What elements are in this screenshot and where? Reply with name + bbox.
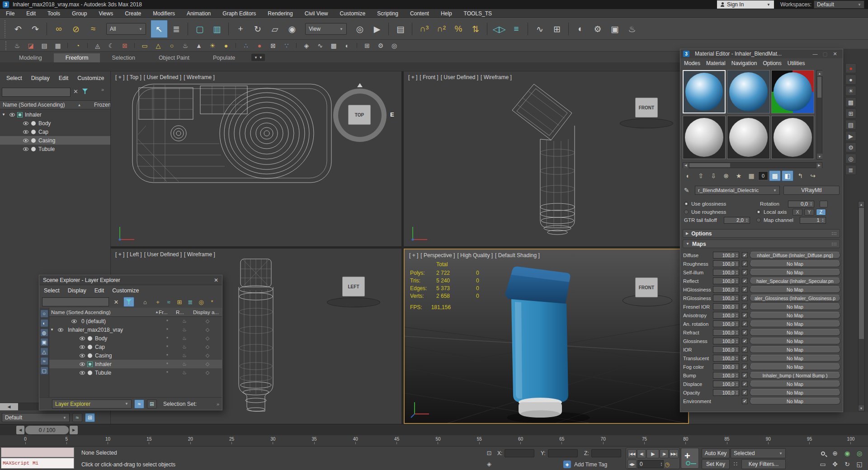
maximize-icon[interactable]: ▢ xyxy=(820,51,830,57)
display-as-icon[interactable]: ◇ xyxy=(193,327,222,333)
map-slot-button[interactable]: No Map xyxy=(750,363,840,370)
viewport-top[interactable]: [ + ][ Top ][ User Defined ][ Wireframe … xyxy=(111,71,401,246)
filter-funnel-icon[interactable] xyxy=(123,297,134,307)
menu-item[interactable]: TOOLS_TS xyxy=(458,9,498,18)
local-axis-radio[interactable] xyxy=(756,210,761,214)
freeze-icon[interactable]: * xyxy=(159,370,176,376)
y-coordinate-field[interactable] xyxy=(548,449,578,457)
assign-to-selection-icon[interactable]: ⇩ xyxy=(708,170,719,181)
make-layer-active-icon[interactable]: ⊞ xyxy=(174,297,185,307)
pick-material-eyedropper-icon[interactable]: ✎ xyxy=(684,187,695,194)
ribbon-tab[interactable]: Populate xyxy=(201,53,247,62)
viewport-label-segment[interactable]: [ User Defined ] xyxy=(144,251,182,258)
select-by-name-icon[interactable]: ≣ xyxy=(168,20,185,38)
material-editor-titlebar[interactable]: 3 Material Editor - Inhaler_BlendMat... … xyxy=(680,49,843,58)
sphere-icon[interactable]: ● xyxy=(219,40,233,51)
map-slot-button[interactable]: nhaler_Diffuse (Inhaler_Diffuse.png) xyxy=(750,252,840,258)
map-slot-button[interactable]: No Map xyxy=(750,320,840,327)
orbit-icon[interactable]: ↻ xyxy=(842,459,853,469)
unlink-selection-icon[interactable]: ⊘ xyxy=(67,20,85,38)
map-slot-button[interactable]: No Map xyxy=(750,381,840,387)
next-frame-icon[interactable]: ▶ xyxy=(70,426,78,434)
select-and-link-icon[interactable]: ∞ xyxy=(50,20,67,38)
target-icon[interactable]: ◎ xyxy=(387,40,401,51)
freeze-icon[interactable]: * xyxy=(159,362,176,367)
background-icon[interactable]: ▩ xyxy=(845,97,856,107)
mirror-icon[interactable]: ◁▷ xyxy=(491,20,508,38)
select-by-material-icon[interactable]: ◎ xyxy=(845,154,856,164)
slots-hscrollbar[interactable]: ◀ ▶ xyxy=(683,162,822,168)
shade-icon[interactable]: ☾ xyxy=(104,40,118,51)
time-configuration-icon[interactable]: ◷ xyxy=(665,461,670,468)
axis-x-button[interactable]: X xyxy=(793,209,802,216)
map-enable-checkbox[interactable]: ✔ xyxy=(742,252,748,258)
visibility-eye-icon[interactable] xyxy=(71,320,77,323)
map-slot-button[interactable]: No Map xyxy=(750,260,840,267)
close-icon[interactable]: ✕ xyxy=(214,277,218,283)
map-slot-button[interactable]: No Map xyxy=(750,338,840,344)
viewport-label-segment[interactable]: [ Wireframe ] xyxy=(184,74,215,80)
map-enable-checkbox[interactable]: ✔ xyxy=(742,261,748,267)
display-as-icon[interactable]: ◇ xyxy=(193,318,222,324)
map-amount-field[interactable]: 100,0 ▴▾ xyxy=(713,269,739,276)
viewport-label-segment[interactable]: [ Left ] xyxy=(127,251,142,258)
filter-funnel-icon[interactable] xyxy=(82,89,88,94)
explorer-menu-item[interactable]: Select xyxy=(6,75,22,81)
viewport-label-segment[interactable]: [ Top ] xyxy=(127,74,141,80)
zoom-icon[interactable] xyxy=(817,448,828,458)
material-sample-slot[interactable] xyxy=(771,70,814,113)
white-cone-icon[interactable]: ▲ xyxy=(192,40,206,51)
backlight-icon[interactable]: ☀ xyxy=(845,86,856,96)
selection-filter-dropdown[interactable]: All▼ xyxy=(106,23,146,35)
display-lights-icon[interactable]: ◍ xyxy=(40,329,48,337)
map-enable-checkbox[interactable]: ✔ xyxy=(742,381,748,387)
layer-tree-row[interactable]: Casing * ♨ ◇ xyxy=(49,351,222,360)
renderable-icon[interactable]: ♨ xyxy=(176,335,193,341)
viewport-label-segment[interactable]: [ + ] xyxy=(408,74,417,80)
scene-tree-row[interactable]: ▼ Inhaler xyxy=(0,110,111,119)
freeze-icon[interactable]: * xyxy=(159,327,176,333)
map-amount-field[interactable]: 100,0 ▴▾ xyxy=(713,389,739,396)
viewport-label-segment[interactable]: [ Wireframe ] xyxy=(184,251,215,258)
ribbon-tab[interactable]: Object Paint xyxy=(147,53,201,62)
map-slot-button[interactable]: No Map xyxy=(750,303,840,310)
lock-explorer-icon[interactable]: ⌂ xyxy=(140,297,151,307)
schematic-view-icon[interactable]: ⊞ xyxy=(548,20,566,38)
map-amount-field[interactable]: 100,0 ▴▾ xyxy=(713,303,739,310)
map-slot-button[interactable]: No Map xyxy=(750,329,840,336)
visibility-eye-icon[interactable] xyxy=(80,354,85,357)
explorer-menu-item[interactable]: Select xyxy=(44,287,60,294)
gtr-tail-falloff-field[interactable]: 2,0 ▴▾ xyxy=(724,217,750,224)
isolate-selection-icon[interactable]: ⊡ xyxy=(485,448,494,457)
zoom-extents-icon[interactable]: ◉ xyxy=(842,448,853,458)
highlight-active-layer-icon[interactable]: ◎ xyxy=(196,297,207,307)
layer-mode-icon[interactable]: ≈ xyxy=(134,400,144,409)
render-teapot-icon[interactable]: ♨ xyxy=(10,40,24,51)
workspace-dropdown[interactable]: Default ▼ xyxy=(814,0,864,9)
ribbon-minimize-button[interactable]: ▼▼ xyxy=(251,54,265,61)
glow-sphere-icon[interactable]: ○ xyxy=(165,40,179,51)
track-bar-ruler[interactable]: 0 5 10 15 20 25 30 35 40 45 50 55 xyxy=(0,435,868,446)
zoom-extents-all-icon[interactable]: ◎ xyxy=(854,448,865,458)
layer-tree-row[interactable]: ▼ Inhaler_max2018_vray * ♨ ◇ xyxy=(49,325,222,334)
zoom-all-icon[interactable]: ⊕ xyxy=(830,448,840,458)
map-enable-checkbox[interactable]: ✔ xyxy=(742,390,748,395)
map-enable-checkbox[interactable]: ✔ xyxy=(742,329,748,335)
render-preview-icon[interactable]: ● xyxy=(845,63,856,73)
menu-item[interactable]: Help xyxy=(435,9,458,18)
map-enable-checkbox[interactable]: ✔ xyxy=(742,338,748,344)
map-slot-button[interactable]: No Map xyxy=(750,346,840,353)
display-geometry-icon[interactable]: ◐ xyxy=(40,319,48,327)
explorer-menu-item[interactable]: Customize xyxy=(112,287,139,294)
freeze-icon[interactable]: * xyxy=(159,353,176,358)
renderable-icon[interactable]: ♨ xyxy=(176,370,193,376)
x-coordinate-field[interactable] xyxy=(505,449,534,457)
freeze-icon[interactable]: * xyxy=(159,344,176,350)
visibility-eye-icon[interactable] xyxy=(80,345,85,349)
map-enable-checkbox[interactable]: ✔ xyxy=(742,269,748,275)
display-spacewarps-icon[interactable]: ≈ xyxy=(40,357,48,365)
select-and-place-icon[interactable]: ◉ xyxy=(283,20,301,38)
z-coordinate-field[interactable] xyxy=(591,449,621,457)
rendered-frame-icon[interactable]: ▣ xyxy=(606,20,623,38)
maxscript-mini-listener-pink[interactable] xyxy=(1,447,74,457)
